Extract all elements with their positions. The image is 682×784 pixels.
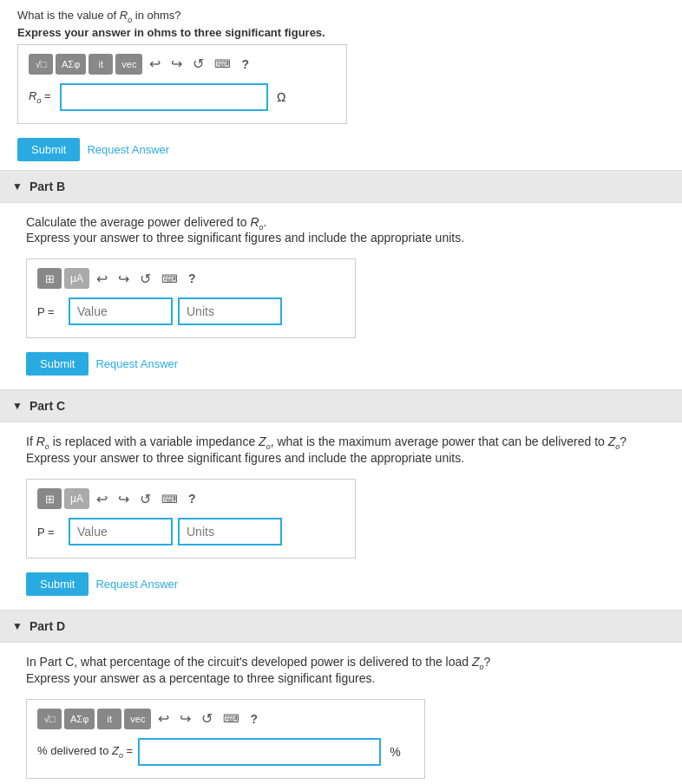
top-toolbar: √□ ΑΣφ it vec ↩ ↪ ↺ ⌨ ?: [29, 54, 336, 75]
partD-help-btn[interactable]: ?: [246, 710, 261, 728]
partB-submit-btn[interactable]: Submit: [26, 352, 89, 376]
partB-undo-btn[interactable]: ↩: [93, 269, 111, 289]
partC-grid-btn[interactable]: ⊞: [37, 488, 62, 509]
partC-chevron[interactable]: ▼: [12, 400, 23, 412]
partB-input-row: P =: [37, 297, 344, 325]
partB-value-input[interactable]: [69, 297, 173, 325]
partB-chevron[interactable]: ▼: [12, 180, 23, 193]
func-btn[interactable]: ΑΣφ: [56, 54, 86, 75]
partD-answer-box: √□ ΑΣφ it vec ↩ ↪ ↺ ⌨ ? % delivered to Z…: [26, 699, 425, 779]
top-question-header: What is the value of Ro in ohms? Express…: [17, 9, 665, 39]
partD-matrix-btn[interactable]: √□: [37, 709, 62, 729]
page-wrapper: What is the value of Ro in ohms? Express…: [0, 0, 682, 170]
help-btn[interactable]: ?: [238, 56, 252, 73]
partD-keyboard-btn[interactable]: ⌨: [220, 710, 243, 727]
partC-instruction: Express your answer to three significant…: [26, 451, 656, 465]
partB-instruction: Express your answer to three significant…: [26, 231, 656, 245]
partC-label: Part C: [30, 399, 65, 413]
partC-action-row: Submit Request Answer: [26, 572, 656, 596]
partB-keyboard-btn[interactable]: ⌨: [158, 271, 181, 287]
partD-input-row: % delivered to Zo = %: [37, 738, 414, 766]
partD-label: Part D: [30, 619, 65, 633]
partC-submit-btn[interactable]: Submit: [26, 572, 89, 596]
top-action-row: Submit Request Answer: [17, 138, 665, 161]
partB-request-btn[interactable]: Request Answer: [95, 357, 178, 370]
matrix-btn[interactable]: √□: [29, 54, 53, 75]
partD-vec-btn[interactable]: vec: [124, 709, 151, 729]
top-question-line1: What is the value of Ro in ohms?: [17, 9, 665, 24]
partC-reset-btn[interactable]: ↺: [136, 489, 154, 509]
partB-action-row: Submit Request Answer: [26, 352, 656, 376]
partD-undo-btn[interactable]: ↩: [154, 709, 173, 728]
partB-question: Calculate the average power delivered to…: [26, 215, 656, 232]
partD-func-btn[interactable]: ΑΣφ: [64, 709, 95, 729]
top-toolbar-group1: √□ ΑΣφ it vec: [29, 54, 142, 75]
partD-header: ▼ Part D: [0, 610, 682, 643]
partC-input-row: P =: [37, 518, 344, 546]
top-unit-symbol: Ω: [277, 90, 285, 104]
partC-value-input[interactable]: [69, 518, 173, 546]
partD-reset-btn[interactable]: ↺: [198, 709, 216, 728]
partB-input-label: P =: [37, 305, 63, 318]
it-btn[interactable]: it: [89, 54, 113, 75]
partD-body: In Part C, what percentage of the circui…: [0, 643, 682, 784]
partB-body: Calculate the average power delivered to…: [0, 203, 682, 390]
partB-header: ▼ Part B: [0, 170, 682, 203]
top-submit-btn[interactable]: Submit: [17, 138, 80, 161]
partD-question: In Part C, what percentage of the circui…: [26, 655, 656, 671]
partC-keyboard-btn[interactable]: ⌨: [158, 491, 181, 507]
partD-toolbar: √□ ΑΣφ it vec ↩ ↪ ↺ ⌨ ?: [37, 709, 414, 729]
top-request-btn[interactable]: Request Answer: [87, 143, 169, 156]
vec-btn[interactable]: vec: [115, 54, 142, 75]
partD-unit-symbol: %: [390, 745, 400, 759]
partB-toolbar: ⊞ μA ↩ ↪ ↺ ⌨ ?: [37, 268, 344, 289]
partC-request-btn[interactable]: Request Answer: [95, 578, 178, 591]
partB-units-input[interactable]: [178, 297, 282, 325]
partD-answer-input[interactable]: [138, 738, 381, 766]
partC-mu-btn[interactable]: μA: [64, 488, 89, 509]
partD-input-label: % delivered to Zo =: [37, 744, 133, 760]
partD-it-btn[interactable]: it: [97, 709, 121, 729]
partC-help-btn[interactable]: ?: [185, 490, 200, 507]
partB-mu-btn[interactable]: μA: [64, 268, 89, 289]
top-input-row: Ro = Ω: [29, 83, 336, 111]
partB-label: Part B: [30, 180, 65, 193]
partC-body: If Ro is replaced with a variable impeda…: [0, 422, 682, 610]
partB-answer-box: ⊞ μA ↩ ↪ ↺ ⌨ ? P =: [26, 258, 356, 338]
reset-btn[interactable]: ↺: [189, 54, 207, 74]
top-answer-box: √□ ΑΣφ it vec ↩ ↪ ↺ ⌨ ? Ro =: [17, 44, 347, 124]
partB-reset-btn[interactable]: ↺: [136, 269, 154, 289]
ro-input[interactable]: [60, 83, 268, 111]
top-question-instruction: Express your answer in ohms to three sig…: [17, 26, 665, 39]
partB-grid-btn[interactable]: ⊞: [37, 268, 62, 289]
partC-toolbar-group1: ⊞ μA: [37, 488, 89, 509]
top-input-label: Ro =: [29, 89, 55, 105]
partB-help-btn[interactable]: ?: [185, 270, 200, 287]
partC-question: If Ro is replaced with a variable impeda…: [26, 434, 656, 451]
partC-undo-btn[interactable]: ↩: [93, 489, 111, 509]
partC-answer-box: ⊞ μA ↩ ↪ ↺ ⌨ ? P =: [26, 479, 356, 559]
partD-chevron[interactable]: ▼: [12, 620, 23, 632]
partC-toolbar: ⊞ μA ↩ ↪ ↺ ⌨ ?: [37, 488, 344, 509]
partB-redo-btn[interactable]: ↪: [115, 269, 133, 289]
partB-toolbar-group1: ⊞ μA: [37, 268, 89, 289]
keyboard-btn[interactable]: ⌨: [211, 56, 234, 72]
partC-redo-btn[interactable]: ↪: [115, 489, 133, 509]
partC-input-label: P =: [37, 526, 63, 539]
partC-header: ▼ Part C: [0, 389, 682, 422]
partD-redo-btn[interactable]: ↪: [176, 709, 194, 728]
undo-btn[interactable]: ↩: [146, 54, 164, 74]
partC-units-input[interactable]: [178, 518, 282, 546]
partD-toolbar-group1: √□ ΑΣφ it vec: [37, 709, 151, 729]
redo-btn[interactable]: ↪: [167, 54, 186, 74]
partD-instruction: Express your answer as a percentage to t…: [26, 671, 656, 685]
